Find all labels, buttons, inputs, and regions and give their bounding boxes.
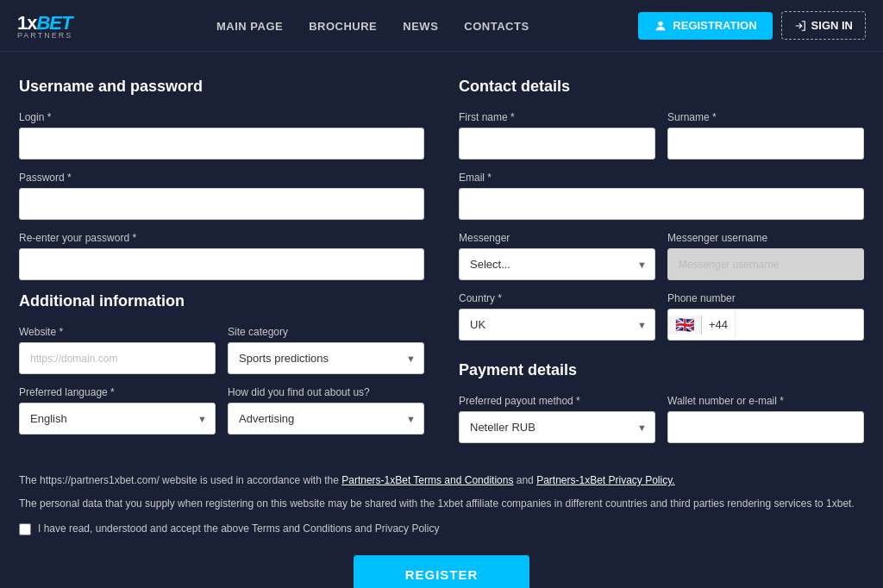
form-grid: Username and password Login * Password *…: [19, 78, 864, 455]
reenter-label: Re-enter your password *: [19, 232, 424, 244]
lang-how-row: Preferred language * English ▼ How did y…: [19, 386, 424, 447]
nav-links: MAIN PAGE BROCHURE NEWS CONTACTS: [107, 19, 638, 33]
messenger-username-label: Messenger username: [667, 232, 864, 244]
wallet-field-group: Wallet number or e-mail *: [667, 395, 864, 443]
contact-section: Contact details First name * Surname * E…: [459, 78, 864, 353]
payment-section: Payment details Preferred payout method …: [459, 361, 864, 455]
payout-method-wrapper: Neteller RUB ▼: [459, 411, 655, 443]
first-name-input[interactable]: [459, 128, 655, 160]
payment-row: Preferred payout method * Neteller RUB ▼…: [459, 395, 864, 455]
email-input[interactable]: [459, 188, 864, 220]
payment-section-title: Payment details: [459, 361, 864, 379]
website-input[interactable]: [19, 342, 216, 374]
first-name-field-group: First name *: [459, 111, 655, 160]
country-label: Country *: [459, 292, 655, 304]
checkbox-label: I have read, understood and accept the a…: [38, 521, 439, 537]
first-name-label: First name *: [459, 111, 655, 123]
phone-flag: 🇬🇧: [668, 316, 702, 335]
login-field-group: Login *: [19, 111, 424, 160]
reenter-input[interactable]: [19, 248, 424, 280]
country-select[interactable]: UK: [459, 309, 655, 341]
nav-right: REGISTRATION SIGN IN: [638, 11, 866, 40]
wallet-input[interactable]: [667, 411, 864, 443]
pref-lang-select[interactable]: English: [19, 403, 216, 435]
country-wrapper: UK ▼: [459, 309, 655, 341]
register-submit-button[interactable]: REGISTER: [354, 555, 530, 588]
right-column: Contact details First name * Surname * E…: [459, 78, 864, 455]
logo-text: 1xBET: [17, 12, 72, 34]
user-icon: [654, 19, 667, 33]
phone-wrapper: 🇬🇧 +44: [667, 309, 864, 341]
disclaimer-text2: The personal data that you supply when r…: [19, 496, 864, 512]
payout-method-select[interactable]: Neteller RUB: [459, 411, 655, 443]
terms-checkbox[interactable]: [19, 523, 31, 535]
pref-lang-label: Preferred language *: [19, 386, 216, 398]
navigation: 1xBET PARTNERS MAIN PAGE BROCHURE NEWS C…: [0, 0, 883, 52]
left-column: Username and password Login * Password *…: [19, 78, 424, 455]
surname-label: Surname *: [667, 111, 864, 123]
register-button[interactable]: REGISTRATION: [638, 12, 772, 40]
password-field-group: Password *: [19, 172, 424, 220]
messenger-label: Messenger: [459, 232, 655, 244]
surname-field-group: Surname *: [667, 111, 864, 160]
country-phone-row: Country * UK ▼ Phone number 🇬🇧 +44: [459, 292, 864, 353]
email-label: Email *: [459, 172, 864, 184]
payout-method-label: Preferred payout method *: [459, 395, 655, 407]
terms-link[interactable]: Partners-1xBet Terms and Conditions: [341, 474, 513, 486]
phone-code: +44: [702, 310, 736, 340]
how-found-wrapper: Advertising ▼: [228, 403, 424, 435]
wallet-label: Wallet number or e-mail *: [667, 395, 864, 407]
contact-section-title: Contact details: [459, 78, 864, 96]
site-category-label: Site category: [228, 326, 424, 338]
email-field-group: Email *: [459, 172, 864, 220]
pref-lang-wrapper: English ▼: [19, 403, 216, 435]
messenger-field-group: Messenger Select... ▼: [459, 232, 655, 280]
name-row: First name * Surname *: [459, 111, 864, 172]
logo-sub: PARTNERS: [17, 31, 72, 40]
login-label: Login *: [19, 111, 424, 123]
terms-checkbox-row: I have read, understood and accept the a…: [19, 521, 864, 537]
pref-lang-field-group: Preferred language * English ▼: [19, 386, 216, 435]
website-label: Website *: [19, 326, 216, 338]
username-section: Username and password Login * Password *…: [19, 78, 424, 280]
site-category-wrapper: Sports predictions ▼: [228, 342, 424, 374]
country-field-group: Country * UK ▼: [459, 292, 655, 341]
disclaimer-text1: The https://partners1xbet.com/ website i…: [19, 472, 864, 489]
svg-point-0: [659, 21, 663, 25]
main-page-link[interactable]: MAIN PAGE: [216, 20, 283, 33]
messenger-username-input[interactable]: [667, 248, 864, 280]
phone-input[interactable]: [736, 310, 863, 340]
privacy-link[interactable]: Partners-1xBet Privacy Policy.: [536, 474, 675, 486]
how-found-select[interactable]: Advertising: [228, 403, 424, 435]
messenger-username-field-group: Messenger username: [667, 232, 864, 280]
how-found-field-group: How did you find out about us? Advertisi…: [228, 386, 424, 435]
website-category-row: Website * Site category Sports predictio…: [19, 326, 424, 386]
site-category-field-group: Site category Sports predictions ▼: [228, 326, 424, 374]
site-category-select[interactable]: Sports predictions: [228, 342, 424, 374]
brochure-link[interactable]: BROCHURE: [309, 20, 377, 33]
password-label: Password *: [19, 172, 424, 184]
messenger-select[interactable]: Select...: [459, 248, 655, 280]
messenger-row: Messenger Select... ▼ Messenger username: [459, 232, 864, 292]
contacts-link[interactable]: CONTACTS: [464, 20, 529, 33]
phone-label: Phone number: [667, 292, 864, 304]
disclaimer: The https://partners1xbet.com/ website i…: [19, 472, 864, 538]
messenger-wrapper: Select... ▼: [459, 248, 655, 280]
phone-field-group: Phone number 🇬🇧 +44: [667, 292, 864, 341]
news-link[interactable]: NEWS: [403, 20, 438, 33]
payout-method-field-group: Preferred payout method * Neteller RUB ▼: [459, 395, 655, 443]
how-found-label: How did you find out about us?: [228, 386, 424, 398]
additional-section-title: Additional information: [19, 292, 424, 310]
password-input[interactable]: [19, 188, 424, 220]
login-input[interactable]: [19, 128, 424, 160]
surname-input[interactable]: [667, 128, 864, 160]
signin-icon: [794, 20, 806, 32]
logo: 1xBET PARTNERS: [17, 12, 72, 40]
page-content: Username and password Login * Password *…: [2, 52, 881, 588]
website-field-group: Website *: [19, 326, 216, 374]
reenter-field-group: Re-enter your password *: [19, 232, 424, 280]
additional-section: Additional information Website * Site ca…: [19, 292, 424, 447]
signin-button[interactable]: SIGN IN: [781, 11, 866, 40]
username-section-title: Username and password: [19, 78, 424, 96]
